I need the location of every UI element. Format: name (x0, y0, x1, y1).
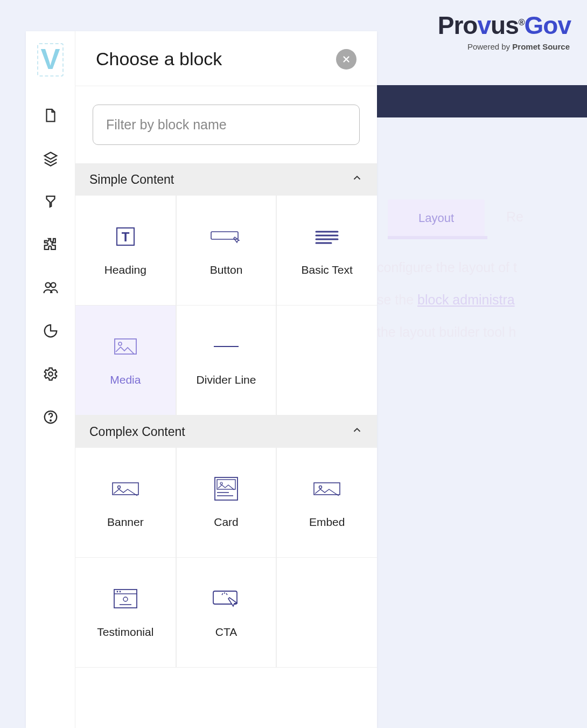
divider-icon (213, 335, 240, 358)
dialog-header: Choose a block (75, 31, 377, 86)
heading-icon: T (114, 225, 137, 248)
bg-tab-re: Re (506, 209, 523, 225)
banner-icon (111, 477, 139, 501)
brand-logo: Provus®Gov (438, 13, 571, 38)
rail-filter-icon[interactable] (41, 192, 60, 211)
bg-line2: se the block administra (377, 292, 515, 308)
section-simple-content[interactable]: Simple Content (75, 163, 377, 196)
block-banner[interactable]: Banner (75, 448, 176, 558)
svg-point-4 (50, 420, 51, 421)
svg-point-2 (48, 372, 53, 376)
chevron-up-icon (351, 172, 363, 187)
block-label: Basic Text (302, 264, 353, 276)
complex-content-grid: Banner Card Embed (75, 448, 377, 668)
block-label: Card (214, 516, 239, 529)
powered-by: Powered by Promet Source (467, 42, 570, 51)
block-divider[interactable]: Divider Line (176, 306, 277, 415)
svg-point-26 (116, 591, 118, 592)
section-title: Complex Content (89, 425, 185, 439)
bg-line3: the layout builder tool h (377, 324, 516, 340)
testimonial-icon (112, 587, 139, 611)
svg-point-13 (118, 342, 122, 345)
bg-line1: configure the layout of t (377, 260, 517, 275)
rail-layers-icon[interactable] (41, 149, 60, 168)
block-heading[interactable]: T Heading (75, 196, 176, 306)
svg-point-0 (45, 283, 50, 288)
section-title: Simple Content (89, 172, 174, 187)
dialog-title: Choose a block (96, 48, 222, 70)
svg-rect-22 (314, 483, 340, 495)
simple-content-grid: T Heading Button Basic Text (75, 196, 377, 415)
block-label: Button (210, 264, 243, 276)
svg-point-28 (123, 597, 128, 601)
rail-logo: V (37, 43, 63, 77)
chevron-up-icon (351, 424, 363, 439)
close-button[interactable] (336, 49, 357, 70)
bg-nav-bar (377, 85, 587, 117)
bg-tab-layout: Layout (388, 199, 485, 237)
left-rail: V (26, 31, 75, 728)
block-embed[interactable]: Embed (276, 448, 377, 558)
card-icon (213, 477, 240, 501)
block-media[interactable]: Media (75, 306, 176, 415)
block-label: Media (110, 373, 141, 386)
cta-icon (211, 587, 241, 611)
empty-cell (276, 558, 377, 668)
svg-text:T: T (121, 230, 129, 244)
rail-page-icon[interactable] (41, 106, 60, 125)
bg-tab-underline (388, 236, 487, 239)
section-complex-content[interactable]: Complex Content (75, 415, 377, 448)
block-label: Embed (309, 516, 345, 529)
block-card[interactable]: Card (176, 448, 277, 558)
block-label: CTA (215, 626, 237, 639)
rail-plugin-icon[interactable] (41, 235, 60, 254)
svg-point-1 (51, 283, 55, 288)
dialog-scroll[interactable]: Simple Content T Heading Button (75, 86, 377, 728)
app-shell: V Choose a block (26, 31, 377, 728)
block-label: Divider Line (197, 373, 256, 386)
embed-icon (313, 477, 341, 501)
empty-cell (276, 306, 377, 415)
button-icon (210, 225, 242, 248)
image-icon (114, 335, 137, 358)
rail-report-icon[interactable] (41, 321, 60, 341)
svg-point-27 (119, 591, 121, 592)
block-basic-text[interactable]: Basic Text (276, 196, 377, 306)
svg-rect-15 (113, 483, 138, 495)
filter-input[interactable] (93, 105, 360, 145)
svg-point-23 (319, 486, 322, 488)
block-testimonial[interactable]: Testimonial (75, 558, 176, 668)
block-label: Heading (104, 264, 146, 276)
svg-point-19 (220, 482, 222, 484)
svg-rect-12 (115, 339, 136, 354)
rail-settings-icon[interactable] (41, 364, 60, 384)
block-cta[interactable]: CTA (176, 558, 277, 668)
svg-rect-18 (217, 480, 235, 489)
rail-help-icon[interactable] (41, 407, 60, 427)
rail-users-icon[interactable] (41, 278, 60, 297)
block-button[interactable]: Button (176, 196, 277, 306)
block-label: Testimonial (97, 626, 153, 639)
block-label: Banner (107, 516, 144, 529)
svg-point-16 (117, 486, 120, 488)
svg-rect-17 (215, 477, 237, 500)
text-icon (314, 225, 340, 248)
choose-block-dialog: Choose a block Simple Content T (75, 31, 377, 728)
